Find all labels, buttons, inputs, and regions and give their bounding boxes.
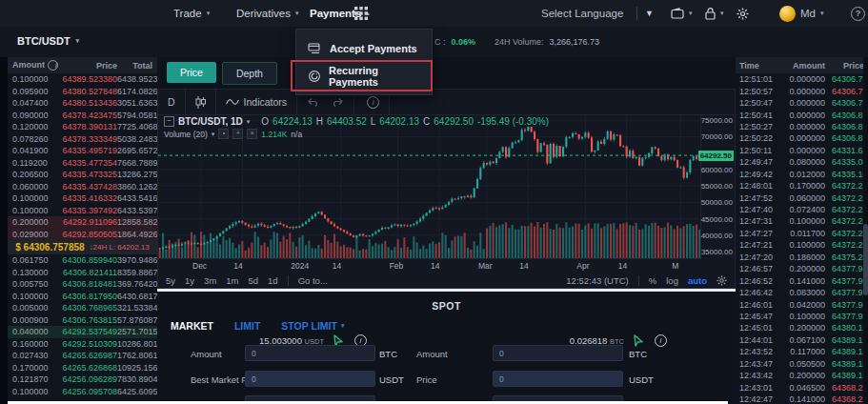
order-book-ask-row[interactable]: 0.02900064292.8505051864.492665 [8, 229, 157, 241]
price-chart: D Indicators [157, 89, 736, 289]
order-book-bid-row[interactable]: 0.17000064265.62686810925.156568 [8, 362, 157, 374]
candle-style-button[interactable] [186, 90, 216, 114]
sell-price-label: Price [416, 374, 437, 385]
menu-item-recurring-payments[interactable]: Recurring Payments [296, 62, 432, 90]
candlestick-icon [195, 96, 206, 109]
order-book-bid-row[interactable]: 0.12187064256.0962897830.890455 [8, 374, 157, 386]
order-book-ask-row[interactable]: 0.11920064335.4773547668.788901 [8, 157, 157, 170]
order-book-ask-row[interactable]: 0.10000064335.3974926433.539749 [8, 205, 157, 217]
candlestick-plot-area[interactable]: − BTC/USDT, 1D ▾ O64224.13 H64403.52 L64… [158, 115, 701, 258]
chart-settings-gear-icon[interactable] [717, 275, 727, 286]
trade-history-rows: 12:51:010.00000064306.75785812:50:570.00… [736, 73, 868, 404]
apps-grid-icon[interactable] [354, 0, 368, 27]
order-book-ask-row[interactable]: 0.09590064380.5278486174.082621 [8, 86, 157, 98]
order-book-amount-header: Amounti [12, 60, 60, 71]
sell-amount-unit: BTC [629, 349, 647, 359]
order-book-bid-row[interactable]: 0.10000064306.8179506430.681795 [8, 291, 157, 303]
order-book-ask-row[interactable]: 0.07826064378.3333495038.248368 [8, 133, 157, 146]
buy-amount-input[interactable] [245, 345, 375, 361]
order-book-ask-row[interactable]: 0.12000064378.3901317725.406816 [8, 121, 157, 133]
price-axis-tick: 40000.00 [701, 232, 733, 240]
info-icon[interactable]: i [655, 334, 667, 347]
close-icon[interactable]: × [247, 129, 257, 139]
price-axis-tick: 55000.00 [701, 182, 733, 191]
menu-item-accept-payments[interactable]: Accept Payments [296, 34, 432, 62]
range-1m[interactable]: 1m [226, 275, 238, 286]
trade-history-panel: Time Amount Price 12:51:010.00000064306.… [736, 57, 868, 404]
nav-derivatives[interactable]: Derivatives ▾ [236, 0, 298, 27]
orders-menu-button[interactable]: ▾ [705, 0, 724, 27]
tab-market[interactable]: MARKET [171, 320, 213, 332]
tab-limit[interactable]: LIMIT [234, 320, 260, 332]
trade-history-row: 12:43:010.04650064368.228204 [736, 381, 868, 393]
chevron-down-icon: ▾ [341, 322, 345, 330]
order-book-header: Amounti Price Total [8, 57, 157, 73]
nav-trade[interactable]: Trade ▾ [173, 0, 210, 27]
wallet-menu-button[interactable]: ▾ [671, 0, 693, 27]
order-book-ask-row[interactable]: 0.04190064335.4957192695.657271 [8, 145, 157, 157]
time-axis-tick: Apr [576, 261, 589, 271]
scrollbar-track[interactable] [863, 57, 868, 404]
log-scale-button[interactable]: log [666, 275, 678, 286]
volume-value: 3,266,176.73 [550, 37, 600, 47]
order-book-bid-row[interactable]: 0.06175064306.8599403970.948601 [8, 254, 157, 267]
pair-selector[interactable]: BTC/USDT ▾ [17, 35, 79, 47]
scrollbar-thumb[interactable] [863, 224, 868, 295]
buy-price-input[interactable] [245, 371, 375, 387]
time-axis-tick: Mar [478, 261, 493, 271]
order-book-bid-row[interactable]: 0.00575064306.818481369.764206 [8, 278, 157, 291]
settings-icon[interactable]: + [232, 129, 243, 139]
order-book-ask-row[interactable]: 0.10000064389.5233806438.952338 [8, 73, 157, 86]
order-book-bid-row[interactable]: 0.02743064265.6269871762.806148 [8, 350, 157, 362]
range-5d[interactable]: 5d [249, 275, 259, 286]
order-book-ask-row[interactable]: 0.10000064335.4163326433.541633 [8, 192, 157, 205]
help-button[interactable]: ? [851, 0, 865, 27]
order-book-bid-row[interactable]: 0.00500064306.768965321.533845 [8, 302, 157, 314]
order-book-bid-row[interactable]: 0.00090064306.76381557.876087 [8, 314, 157, 327]
time-axis[interactable]: Dec14202414Feb14Mar14Apr14M [158, 258, 701, 272]
last-price-row: $ 64306.757858 ↓24H L: 64202.13 [8, 240, 157, 254]
interval-button[interactable]: D [158, 90, 186, 114]
language-dropdown-button[interactable]: ▼ [645, 0, 654, 27]
time-axis-tick: 2024 [291, 261, 309, 271]
select-language[interactable]: Select Language [541, 0, 623, 27]
chevron-down-icon: ▾ [295, 10, 299, 17]
goto-button[interactable]: Go to... [298, 275, 328, 286]
eye-icon[interactable]: • [218, 129, 229, 139]
price-axis-tick: 75000.00 [701, 116, 733, 125]
order-book-bid-row[interactable]: 0.10000064256.0957086425.609571 [8, 386, 157, 398]
order-book-bid-row[interactable]: 0.04000064292.5375492571.701502 [8, 326, 157, 338]
tab-depth[interactable]: Depth [222, 62, 277, 85]
order-book-ask-row[interactable]: 0.09000064378.4234755794.058113 [8, 110, 157, 122]
legend-symbol: BTC/USDT, 1D [178, 116, 243, 127]
settings-button[interactable] [737, 0, 749, 27]
trade-history-row: 12:49:420.01200064335.100218 [736, 169, 868, 180]
percent-scale-button[interactable]: % [649, 275, 656, 286]
order-book-bid-row[interactable]: 0.16000064292.51030910286.801649 [8, 338, 157, 351]
user-menu[interactable]: Md ▾ [779, 0, 824, 27]
order-book-panel: Amounti Price Total 0.10000064389.523380… [8, 57, 157, 404]
order-book-bid-row[interactable]: 0.13000064306.8214118359.886783 [8, 267, 157, 279]
info-icon[interactable]: i [48, 60, 58, 71]
range-3m[interactable]: 3m [204, 275, 216, 286]
order-book-ask-row[interactable]: 0.06000064335.4374283860.126246 [8, 181, 157, 193]
tab-stop-limit[interactable]: STOP LIMIT▾ [281, 320, 344, 332]
tab-price[interactable]: Price [167, 62, 216, 83]
range-1y[interactable]: 1y [185, 275, 194, 286]
sell-price-input[interactable] [493, 371, 623, 387]
price-axis-tick: 70000.00 [701, 132, 733, 141]
price-axis[interactable]: 75000.0070000.0060000.0055000.0050000.00… [700, 115, 735, 258]
trade-history-row: 12:42:470.14100064368.228204 [736, 394, 868, 404]
order-book-ask-row[interactable]: 0.04740064380.5134363051.636337 [8, 97, 157, 110]
divider [636, 7, 637, 20]
indicators-button[interactable]: Indicators [216, 90, 298, 114]
range-5y[interactable]: 5y [166, 275, 175, 286]
order-book-ask-row[interactable]: 0.20000064292.91109612858.582219 [8, 216, 157, 229]
price-axis-tick: 60000.00 [701, 166, 733, 174]
collapse-icon[interactable]: − [164, 116, 174, 127]
chevron-down-icon: ▾ [720, 10, 724, 17]
range-1d[interactable]: 1d [268, 275, 278, 286]
sell-amount-input[interactable] [493, 345, 623, 361]
auto-scale-button[interactable]: auto [688, 275, 707, 286]
order-book-ask-row[interactable]: 0.20650064335.47332513286.275242 [8, 169, 157, 181]
